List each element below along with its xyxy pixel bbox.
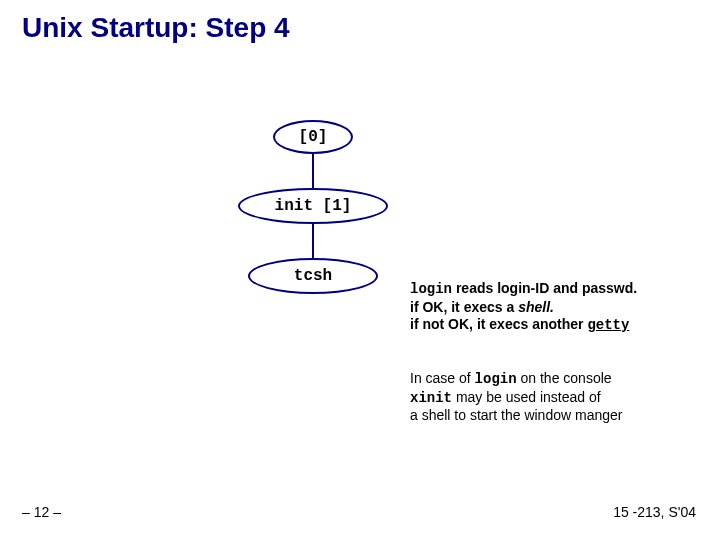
node-shell: tcsh bbox=[248, 258, 378, 294]
connector-0-1 bbox=[312, 154, 314, 188]
text-line1: reads login-ID and passwd. bbox=[452, 280, 637, 296]
text-p2-xinit: xinit bbox=[410, 390, 452, 406]
description-login: login reads login-ID and passwd. if OK, … bbox=[410, 280, 710, 335]
description-xinit: In case of login on the console xinit ma… bbox=[410, 370, 710, 425]
page-title: Unix Startup: Step 4 bbox=[22, 12, 290, 44]
text-shell-word: shell. bbox=[518, 299, 554, 315]
text-line3a: if not OK, it execs another bbox=[410, 316, 587, 332]
process-tree: [0] init [1] tcsh bbox=[228, 120, 398, 294]
text-login-cmd: login bbox=[410, 281, 452, 297]
text-line2a: if OK, it execs a bbox=[410, 299, 518, 315]
slide-number: – 12 – bbox=[22, 504, 61, 520]
connector-1-2 bbox=[312, 224, 314, 258]
node-init: init [1] bbox=[238, 188, 388, 224]
node-root: [0] bbox=[273, 120, 353, 154]
course-id: 15 -213, S'04 bbox=[613, 504, 696, 520]
text-getty: getty bbox=[587, 317, 629, 333]
text-p2a: In case of bbox=[410, 370, 475, 386]
text-p2c: may be used instead of bbox=[452, 389, 601, 405]
text-p2d: a shell to start the window manger bbox=[410, 407, 622, 423]
text-p2b: on the console bbox=[517, 370, 612, 386]
text-p2-login: login bbox=[475, 371, 517, 387]
